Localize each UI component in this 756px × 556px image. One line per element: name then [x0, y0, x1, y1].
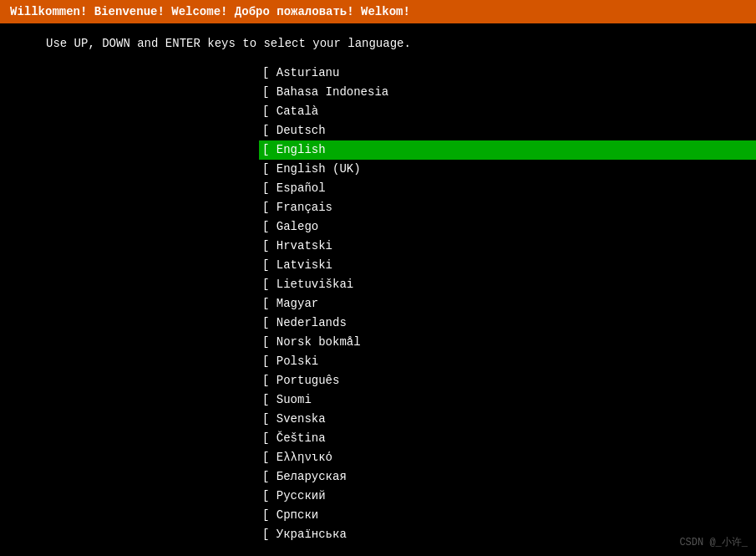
language-item[interactable]: [ Latviski [259, 256, 756, 275]
language-item[interactable]: [ Беларуская [259, 467, 756, 487]
language-item[interactable]: [ Español [259, 179, 756, 198]
instruction: Use UP, DOWN and ENTER keys to select yo… [46, 37, 756, 50]
language-item[interactable]: [ Polski [259, 352, 756, 371]
language-item[interactable]: [ Ελληνικό [259, 448, 756, 467]
language-item[interactable]: [ Asturianu [259, 64, 756, 83]
language-item[interactable]: [ English (UK) [259, 160, 756, 179]
language-item[interactable]: [ Galego [259, 217, 756, 237]
language-item[interactable]: [ Čeština [259, 429, 756, 448]
language-item[interactable]: [ Deutsch [259, 121, 756, 140]
language-item[interactable]: [ Suomi [259, 390, 756, 410]
language-item[interactable]: [ Hrvatski [259, 237, 756, 256]
language-item[interactable]: [ Српски [259, 506, 756, 525]
language-item[interactable]: [ Norsk bokmål [259, 333, 756, 352]
language-item[interactable]: [ Русский [259, 487, 756, 506]
language-item[interactable]: [ Svenska [259, 410, 756, 429]
language-item[interactable]: [ Português [259, 371, 756, 390]
language-item[interactable]: [ Français [259, 198, 756, 217]
language-item[interactable]: [ Català [259, 102, 756, 121]
language-item[interactable]: [ Bahasa Indonesia [259, 83, 756, 102]
language-item[interactable]: [ Magyar [259, 294, 756, 314]
language-item[interactable]: [ Nederlands [259, 314, 756, 333]
language-item[interactable]: [ English [259, 140, 756, 160]
watermark: CSDN @_小许_ [679, 535, 748, 549]
language-item[interactable]: [ Lietuviškai [259, 275, 756, 294]
banner-text: Willkommen! Bienvenue! Welcome! Добро по… [10, 5, 410, 18]
instruction-text: Use UP, DOWN and ENTER keys to select yo… [46, 37, 411, 50]
top-banner: Willkommen! Bienvenue! Welcome! Добро по… [0, 0, 756, 23]
watermark-text: CSDN @_小许_ [679, 537, 748, 548]
language-list: [ Asturianu[ Bahasa Indonesia[ Català[ D… [259, 64, 756, 544]
